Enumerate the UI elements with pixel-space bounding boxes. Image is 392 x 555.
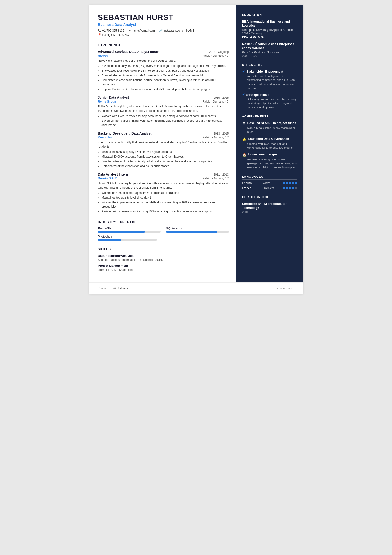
list-item: Worked on 4000 text messages drawn from …	[102, 191, 229, 195]
dot-2	[286, 187, 288, 189]
resume-header: SEBASTIAN HURST Business Data Analyst 📞 …	[98, 13, 229, 37]
languages-section-title: LANGUAGES	[242, 175, 297, 180]
strength-1-check-icon: ✔	[242, 70, 245, 73]
skills-block-1-tools: Spotfire · Tableau · Informatica · R · C…	[98, 258, 229, 262]
list-item: Maintained 99,5 % quality level for over…	[102, 150, 229, 154]
list-item: Support Business Development to Increase…	[102, 87, 229, 91]
job-3-role: Backend Developer / Data Analyst	[98, 131, 151, 135]
candidate-title: Business Data Analyst	[98, 22, 229, 27]
edu-2-year: 2003 - 2007	[242, 54, 297, 58]
job-4-date: 2011 - 2013	[214, 173, 229, 176]
cert-1: Certificate IV – Microcomputer Technolog…	[242, 202, 297, 214]
dot-4	[292, 182, 294, 184]
location-text: Raleigh-Durham, NC	[102, 33, 129, 37]
skill-sql-label: SQL/Access	[166, 227, 229, 230]
job-1-bullets: Saved the company $50,000 (.7%) every mo…	[98, 64, 229, 91]
job-2-description: Reilly Group is a global, full-service i…	[98, 104, 229, 113]
skill-excel-bar-fill	[98, 231, 145, 233]
job-4-header: Data Analyst Intern 2011 - 2013	[98, 173, 229, 176]
powered-by-label: Powered by	[98, 287, 112, 290]
achievement-2-title-row: ⭐ Launched Data Governance	[242, 137, 297, 141]
edu-1-year: 2007 - Ongoing	[242, 32, 297, 35]
edu-1-degree: BBA, International Business and Logistic…	[242, 20, 297, 28]
edu-1-gpa: GPA | 4.75 / 5.00	[242, 36, 297, 39]
skills-section-title: SKILLS	[98, 247, 229, 252]
instagram-handle: instagram.com/__NAME__	[164, 29, 198, 32]
list-item: Showcased total revenue of $42B in FY16 …	[102, 69, 229, 73]
list-item: Participated at the elaboration of 4 hou…	[102, 164, 229, 168]
job-2-bullets: Worked with Excel to track and map accou…	[98, 114, 229, 127]
lang-english: English Native	[242, 182, 297, 185]
strength-1-title-row: ✔ Stakeholder Engagement	[242, 70, 297, 73]
list-item: Worked with Excel to track and map accou…	[102, 114, 229, 118]
edu-1-school: Metropolia University of Applied Science…	[242, 28, 297, 32]
location-row: 📍 Raleigh-Durham, NC	[98, 33, 229, 37]
email-address: name@gmail.com	[132, 29, 155, 32]
lang-english-name: English	[242, 182, 257, 185]
enhancv-logo-icon: ∞	[113, 286, 116, 290]
skill-photoshop-bar-bg	[98, 239, 157, 241]
list-item: Saved the company $50,000 (.7%) every mo…	[102, 64, 229, 68]
gpa-value: 4.75	[250, 36, 256, 39]
skill-bars: Excel/VBA SQL/Access Photoshop	[98, 227, 229, 241]
job-4-bullets: Worked on 4000 text messages drawn from …	[98, 191, 229, 213]
edu-2: Master – Économie des Entreprises et des…	[242, 42, 297, 58]
achievement-2-title: Launched Data Governance	[248, 137, 289, 141]
job-3-date: 2013 - 2015	[214, 132, 229, 135]
dot-2	[286, 182, 288, 184]
achievement-1-title: Rescued $1.5mill in project funds	[247, 121, 296, 125]
job-3-location: Raleigh-Durham, NC	[202, 136, 229, 139]
job-1-header: Advanced Services Data Analyst Intern 20…	[98, 50, 229, 54]
job-1-subheader: Harvey Raleigh-Durham, NC	[98, 54, 229, 58]
email-item: ✉ name@gmail.com	[128, 29, 155, 32]
achievement-3-title-row: 🏠 Homeowner badges	[242, 153, 297, 157]
dot-3	[289, 182, 291, 184]
achievement-1-desc: Manually calculated 30 day readmission r…	[242, 126, 297, 134]
phone-item: 📞 +1-709-375-8132	[98, 29, 124, 32]
skill-row-1: Excel/VBA SQL/Access	[98, 227, 229, 233]
achievement-1: 🖥 Rescued $1.5mill in project funds Manu…	[242, 121, 297, 134]
skills-block-1: Data Reporting/Analysis Spotfire · Table…	[98, 254, 229, 262]
achievement-1-icon: 🖥	[242, 122, 246, 125]
strength-2-title: Strategic Focus	[246, 93, 270, 97]
job-1-location: Raleigh-Durham, NC	[202, 54, 229, 58]
strength-1: ✔ Stakeholder Engagement With a technica…	[242, 70, 297, 90]
skill-photoshop-bar-fill	[98, 239, 121, 241]
job-1-date: 2018 - Ongoing	[209, 50, 229, 54]
job-3-company: Koepp Inc	[98, 136, 113, 139]
job-4-subheader: Drouin S.A.R.L. Raleigh-Durham, NC	[98, 176, 229, 180]
list-item: Created election forecast models for use…	[102, 73, 229, 78]
skill-excel-label: Excel/VBA	[98, 227, 161, 230]
list-item: Assisted with numerous audits using 100%…	[102, 209, 229, 213]
skills-block-1-title: Data Reporting/Analysis	[98, 254, 229, 257]
strength-2-desc: Delivering positive outcomes by focusing…	[242, 97, 297, 109]
job-1-description: Harvey is a leading provider of storage …	[98, 58, 229, 63]
dot-1	[283, 182, 285, 184]
job-2-date: 2015 - 2018	[214, 96, 229, 99]
education-section-title: EDUCATION	[242, 13, 297, 18]
dot-5	[295, 182, 297, 184]
achievement-3-desc: Repaired a leaking toilet, broken garbag…	[242, 158, 297, 169]
certification-section-title: CERTIFICATION	[242, 196, 297, 200]
edu-2-school: Paris 1 – Panthéon Sorbonne	[242, 51, 297, 54]
achievement-2-desc: Created work plan, roadmap and workgroup…	[242, 142, 297, 150]
strength-2-check-icon: ✔	[242, 93, 245, 97]
job-2-subheader: Reilly Group Raleigh-Durham, NC	[98, 100, 229, 103]
gpa-sep: /	[256, 36, 258, 39]
main-content: SEBASTIAN HURST Business Data Analyst 📞 …	[89, 5, 303, 282]
strengths-section-title: STRENGTHS	[242, 63, 297, 68]
location-icon: 📍	[98, 33, 101, 37]
footer-website: www.enhancv.com	[273, 287, 294, 290]
achievement-2: ⭐ Launched Data Governance Created work …	[242, 137, 297, 150]
job-2-header: Junior Data Analyst 2015 - 2018	[98, 96, 229, 99]
candidate-name: SEBASTIAN HURST	[98, 13, 229, 22]
achievements-section-title: ACHIEVEMENTS	[242, 115, 297, 119]
contact-row: 📞 +1-709-375-8132 ✉ name@gmail.com 🔗 ins…	[98, 29, 229, 32]
achievement-3-icon: 🏠	[242, 153, 247, 157]
job-2-location: Raleigh-Durham, NC	[202, 100, 229, 103]
list-item: Initiated the implementation of Scrum Me…	[102, 200, 229, 209]
resume-page: SEBASTIAN HURST Business Data Analyst 📞 …	[89, 5, 303, 293]
industry-expertise-title: INDUSTRY EXPERTISE	[98, 220, 229, 225]
cert-1-title: Certificate IV – Microcomputer Technolog…	[242, 202, 297, 210]
skills-block-2: Project Management JIRA · HP ALM · Share…	[98, 264, 229, 271]
